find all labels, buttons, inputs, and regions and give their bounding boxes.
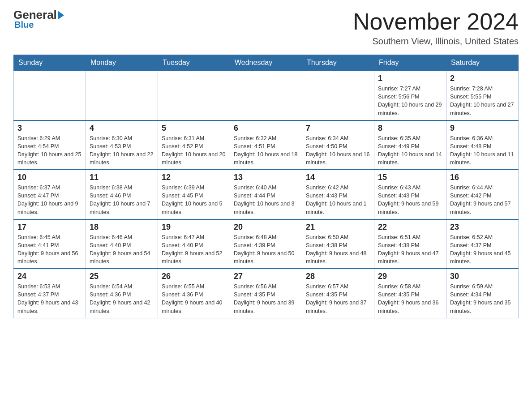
calendar-cell: 14Sunrise: 6:42 AMSunset: 4:43 PMDayligh…	[302, 170, 374, 219]
logo-blue: Blue	[14, 20, 34, 30]
weekday-header-friday: Friday	[374, 55, 446, 71]
calendar-cell: 6Sunrise: 6:32 AMSunset: 4:51 PMDaylight…	[230, 120, 302, 170]
calendar-cell: 15Sunrise: 6:43 AMSunset: 4:43 PMDayligh…	[374, 170, 446, 219]
calendar-cell	[158, 71, 230, 120]
calendar-cell: 17Sunrise: 6:45 AMSunset: 4:41 PMDayligh…	[14, 219, 86, 269]
day-info: Sunrise: 6:48 AMSunset: 4:39 PMDaylight:…	[234, 233, 298, 266]
weekday-header-monday: Monday	[86, 55, 158, 71]
day-number: 29	[378, 272, 442, 281]
day-info: Sunrise: 6:54 AMSunset: 4:36 PMDaylight:…	[90, 283, 154, 315]
weekday-header-sunday: Sunday	[14, 55, 86, 71]
day-info: Sunrise: 6:56 AMSunset: 4:35 PMDaylight:…	[234, 283, 298, 315]
calendar-cell: 4Sunrise: 6:30 AMSunset: 4:53 PMDaylight…	[86, 120, 158, 170]
day-number: 15	[378, 173, 442, 182]
day-number: 10	[17, 173, 82, 182]
day-number: 16	[450, 173, 515, 182]
calendar-cell: 29Sunrise: 6:58 AMSunset: 4:35 PMDayligh…	[374, 269, 446, 318]
day-info: Sunrise: 6:32 AMSunset: 4:51 PMDaylight:…	[234, 134, 298, 167]
day-info: Sunrise: 6:53 AMSunset: 4:37 PMDaylight:…	[17, 283, 82, 315]
calendar-week-1: 1Sunrise: 7:27 AMSunset: 5:56 PMDaylight…	[14, 71, 519, 120]
day-info: Sunrise: 7:27 AMSunset: 5:56 PMDaylight:…	[378, 85, 442, 117]
calendar-cell: 30Sunrise: 6:59 AMSunset: 4:34 PMDayligh…	[446, 269, 519, 318]
day-number: 30	[450, 272, 515, 281]
calendar-cell: 21Sunrise: 6:50 AMSunset: 4:38 PMDayligh…	[302, 219, 374, 269]
calendar-cell: 23Sunrise: 6:52 AMSunset: 4:37 PMDayligh…	[446, 219, 519, 269]
day-number: 1	[378, 74, 442, 83]
day-info: Sunrise: 6:44 AMSunset: 4:42 PMDaylight:…	[450, 184, 515, 216]
day-info: Sunrise: 6:43 AMSunset: 4:43 PMDaylight:…	[378, 184, 442, 216]
calendar-cell: 22Sunrise: 6:51 AMSunset: 4:38 PMDayligh…	[374, 219, 446, 269]
calendar-cell: 7Sunrise: 6:34 AMSunset: 4:50 PMDaylight…	[302, 120, 374, 170]
day-info: Sunrise: 6:30 AMSunset: 4:53 PMDaylight:…	[90, 134, 154, 167]
calendar-cell: 1Sunrise: 7:27 AMSunset: 5:56 PMDaylight…	[374, 71, 446, 120]
calendar-week-3: 10Sunrise: 6:37 AMSunset: 4:47 PMDayligh…	[14, 170, 519, 219]
day-number: 11	[90, 173, 154, 182]
day-info: Sunrise: 6:45 AMSunset: 4:41 PMDaylight:…	[17, 233, 82, 266]
calendar-cell: 20Sunrise: 6:48 AMSunset: 4:39 PMDayligh…	[230, 219, 302, 269]
weekday-header-wednesday: Wednesday	[230, 55, 302, 71]
calendar-cell: 26Sunrise: 6:55 AMSunset: 4:36 PMDayligh…	[158, 269, 230, 318]
weekday-header-thursday: Thursday	[302, 55, 374, 71]
day-number: 26	[162, 272, 226, 281]
calendar-cell	[14, 71, 86, 120]
day-number: 14	[306, 173, 370, 182]
day-info: Sunrise: 6:47 AMSunset: 4:40 PMDaylight:…	[162, 233, 226, 266]
calendar-cell: 25Sunrise: 6:54 AMSunset: 4:36 PMDayligh…	[86, 269, 158, 318]
weekday-header-saturday: Saturday	[446, 55, 519, 71]
day-info: Sunrise: 6:39 AMSunset: 4:45 PMDaylight:…	[162, 184, 226, 216]
calendar-cell	[86, 71, 158, 120]
day-number: 7	[306, 124, 370, 133]
calendar-cell: 13Sunrise: 6:40 AMSunset: 4:44 PMDayligh…	[230, 170, 302, 219]
calendar-cell: 2Sunrise: 7:28 AMSunset: 5:55 PMDaylight…	[446, 71, 519, 120]
calendar-cell: 11Sunrise: 6:38 AMSunset: 4:46 PMDayligh…	[86, 170, 158, 219]
day-info: Sunrise: 6:57 AMSunset: 4:35 PMDaylight:…	[306, 283, 370, 315]
day-number: 17	[17, 223, 82, 232]
day-number: 18	[90, 223, 154, 232]
day-number: 21	[306, 223, 370, 232]
calendar-cell	[230, 71, 302, 120]
day-info: Sunrise: 6:51 AMSunset: 4:38 PMDaylight:…	[378, 233, 442, 266]
day-number: 24	[17, 272, 82, 281]
calendar-subtitle: Southern View, Illinois, United States	[353, 36, 519, 47]
logo-arrow-icon	[58, 11, 64, 20]
day-number: 6	[234, 124, 298, 133]
day-number: 2	[450, 74, 515, 83]
calendar-cell: 10Sunrise: 6:37 AMSunset: 4:47 PMDayligh…	[14, 170, 86, 219]
day-number: 9	[450, 124, 515, 133]
day-number: 19	[162, 223, 226, 232]
day-info: Sunrise: 6:59 AMSunset: 4:34 PMDaylight:…	[450, 283, 515, 315]
day-number: 20	[234, 223, 298, 232]
day-number: 4	[90, 124, 154, 133]
day-info: Sunrise: 6:58 AMSunset: 4:35 PMDaylight:…	[378, 283, 442, 315]
calendar-week-2: 3Sunrise: 6:29 AMSunset: 4:54 PMDaylight…	[14, 120, 519, 170]
day-info: Sunrise: 6:42 AMSunset: 4:43 PMDaylight:…	[306, 184, 370, 216]
calendar-title: November 2024	[353, 9, 519, 34]
logo-area: General Blue	[13, 9, 64, 30]
logo-general: General	[13, 9, 57, 21]
calendar-cell: 8Sunrise: 6:35 AMSunset: 4:49 PMDaylight…	[374, 120, 446, 170]
day-number: 3	[17, 124, 82, 133]
day-info: Sunrise: 6:36 AMSunset: 4:48 PMDaylight:…	[450, 134, 515, 167]
calendar-cell: 3Sunrise: 6:29 AMSunset: 4:54 PMDaylight…	[14, 120, 86, 170]
day-number: 25	[90, 272, 154, 281]
calendar-cell	[302, 71, 374, 120]
calendar-cell: 18Sunrise: 6:46 AMSunset: 4:40 PMDayligh…	[86, 219, 158, 269]
day-info: Sunrise: 6:37 AMSunset: 4:47 PMDaylight:…	[17, 184, 82, 216]
day-info: Sunrise: 6:55 AMSunset: 4:36 PMDaylight:…	[162, 283, 226, 315]
calendar-cell: 5Sunrise: 6:31 AMSunset: 4:52 PMDaylight…	[158, 120, 230, 170]
day-info: Sunrise: 6:52 AMSunset: 4:37 PMDaylight:…	[450, 233, 515, 266]
day-number: 8	[378, 124, 442, 133]
day-number: 5	[162, 124, 226, 133]
day-info: Sunrise: 6:46 AMSunset: 4:40 PMDaylight:…	[90, 233, 154, 266]
day-info: Sunrise: 6:38 AMSunset: 4:46 PMDaylight:…	[90, 184, 154, 216]
day-info: Sunrise: 6:50 AMSunset: 4:38 PMDaylight:…	[306, 233, 370, 266]
day-info: Sunrise: 6:29 AMSunset: 4:54 PMDaylight:…	[17, 134, 82, 167]
calendar-cell: 12Sunrise: 6:39 AMSunset: 4:45 PMDayligh…	[158, 170, 230, 219]
day-number: 13	[234, 173, 298, 182]
day-info: Sunrise: 6:34 AMSunset: 4:50 PMDaylight:…	[306, 134, 370, 167]
day-info: Sunrise: 7:28 AMSunset: 5:55 PMDaylight:…	[450, 85, 515, 117]
day-info: Sunrise: 6:40 AMSunset: 4:44 PMDaylight:…	[234, 184, 298, 216]
calendar-cell: 28Sunrise: 6:57 AMSunset: 4:35 PMDayligh…	[302, 269, 374, 318]
title-area: November 2024 Southern View, Illinois, U…	[353, 9, 519, 47]
logo: General	[13, 9, 64, 21]
